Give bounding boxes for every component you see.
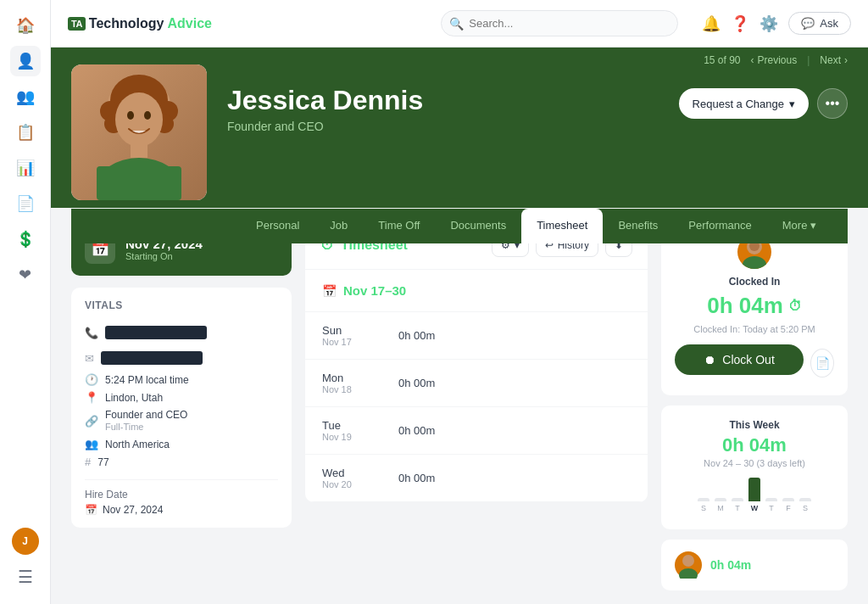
time-vital: 🕐 5:24 PM local time [85,371,278,389]
phone-icon: 📞 [85,327,98,339]
sidebar-chart-icon[interactable]: 📊 [10,153,41,183]
bar-f [782,498,794,501]
tab-performance[interactable]: Performance [673,209,766,243]
left-panel: 📅 Nov 27, 2024 Starting On Vitals 📞 ✉ [71,221,292,590]
note-button[interactable]: 📄 [810,349,834,378]
hash-icon: # [85,456,91,468]
sidebar-home-icon[interactable]: 🏠 [10,10,41,41]
main-content: TA TechnologyAdvice 🔍 🔔 ❓ ⚙️ 💬 Ask 15 of… [51,0,868,604]
svg-point-6 [115,92,163,147]
vitals-section: Vitals 📞 ✉ 🕐 5:24 PM local time 📍 [71,288,292,528]
sidebar-menu-icon[interactable]: ☰ [11,560,40,594]
tab-personal[interactable]: Personal [241,209,314,243]
profile-info: Jessica Dennis Founder and CEO [227,64,679,133]
ask-icon: 💬 [801,17,815,30]
tab-job[interactable]: Job [314,209,363,243]
calendar-range-icon: 📅 [322,284,337,298]
week-chart: S M T W [675,478,834,512]
logo-advice: Advice [167,16,211,31]
vitals-title: Vitals [85,299,278,311]
table-row: Wed Nov 20 0h 00m [305,455,648,502]
clocked-time: 0h 04m ⏱ [675,293,834,319]
tab-time-off[interactable]: Time Off [363,209,435,243]
profile-nav: Personal Job Time Off Documents Timeshee… [71,209,848,243]
help-icon[interactable]: ❓ [731,14,749,33]
chart-bar-s2: S [799,498,811,512]
request-change-button[interactable]: Request a Change ▾ [679,88,809,119]
id-vital: # 77 [85,453,278,471]
sidebar-heart-icon[interactable]: ❤ [10,260,41,290]
sidebar-group-icon[interactable]: 👥 [10,81,41,112]
next-button[interactable]: Next › [820,54,848,66]
bottom-card: 0h 04m [661,540,848,590]
location-icon: 📍 [85,391,98,404]
clock-out-button[interactable]: ⏺ Clock Out [675,344,804,375]
sidebar-document-icon[interactable]: 📋 [10,117,41,148]
location-vital: 📍 Lindon, Utah [85,389,278,406]
week-card: This Week 0h 04m Nov 24 – 30 (3 days lef… [661,405,848,529]
sidebar-dollar-icon[interactable]: 💲 [10,224,41,254]
clock-icon: 🕐 [85,373,98,386]
svg-point-13 [743,256,766,269]
chart-bar-t1: T [732,498,743,512]
day-wed: Wed Nov 20 [322,467,398,489]
tab-timesheet[interactable]: Timesheet [521,209,603,243]
profile-photo-placeholder [71,64,207,200]
link-icon: 🔗 [85,415,98,428]
week-time: 0h 04m [675,434,834,456]
phone-redacted [105,326,207,339]
region-vital: 👥 North America [85,435,278,453]
document-icon: 📄 [815,356,830,370]
profile-content: 15 of 90 ‹ Previous | Next › [51,48,868,604]
table-row: Tue Nov 19 0h 00m [305,407,648,455]
timesheet-container: ⏱ Timesheet ⚙ ▾ ↩ History [305,221,648,502]
bar-s2 [799,498,811,501]
pagination-sep: | [807,54,810,66]
clocked-in-sub: Clocked In: Today at 5:20 PM [675,324,834,334]
settings-icon[interactable]: ⚙️ [760,14,778,33]
search-input[interactable] [441,10,678,36]
ask-button[interactable]: 💬 Ask [788,12,851,35]
hire-section: Hire Date 📅 Nov 27, 2024 [85,489,278,516]
bar-t2 [765,498,777,501]
chart-bar-w: W [748,478,760,512]
user-avatar[interactable]: J [12,528,39,555]
tab-more[interactable]: More ▾ [767,209,832,243]
day-mon: Mon Nov 18 [322,372,398,394]
sidebar-person-icon[interactable]: 👤 [10,46,41,76]
sidebar-report-icon[interactable]: 📄 [10,188,41,219]
chart-bar-m: M [715,498,726,512]
svg-rect-11 [131,141,147,158]
search-bar[interactable]: 🔍 [441,10,678,36]
pagination-count: 15 of 90 [704,54,740,66]
notifications-icon[interactable]: 🔔 [702,14,721,33]
profile-title: Founder and CEO [227,120,679,133]
week-label: This Week [675,419,834,431]
svg-point-16 [679,568,698,579]
table-row: Sun Nov 17 0h 00m [305,312,648,360]
more-options-button[interactable]: ••• [817,88,848,119]
logo-icon: TA [68,17,86,31]
profile-name: Jessica Dennis [227,85,679,116]
ts-date-header: 📅 Nov 17–30 [305,270,648,312]
profile-photo [71,64,207,200]
profile-header: 15 of 90 ‹ Previous | Next › [51,48,868,208]
previous-button[interactable]: ‹ Previous [751,54,798,66]
svg-rect-10 [97,166,181,200]
chevron-down-icon: ▾ [810,219,816,232]
bar-w [748,478,760,501]
group-icon: 👥 [85,438,98,450]
tab-benefits[interactable]: Benefits [603,209,673,243]
logo-tech: Technology [89,16,164,31]
clock-card: Clocked In 0h 04m ⏱ Clocked In: Today at… [661,221,848,395]
timesheet-main: ⏱ Timesheet ⚙ ▾ ↩ History [305,221,648,590]
svg-point-15 [682,555,694,567]
logo: TA TechnologyAdvice [68,16,212,31]
day-sun: Sun Nov 17 [322,324,398,347]
topnav: TA TechnologyAdvice 🔍 🔔 ❓ ⚙️ 💬 Ask [51,0,868,48]
tab-documents[interactable]: Documents [435,209,521,243]
role-vital: 🔗 Founder and CEO Full-Time [85,406,278,435]
email-vital: ✉ [85,345,278,371]
email-redacted [101,351,203,365]
bottom-info: 0h 04m [710,558,834,572]
